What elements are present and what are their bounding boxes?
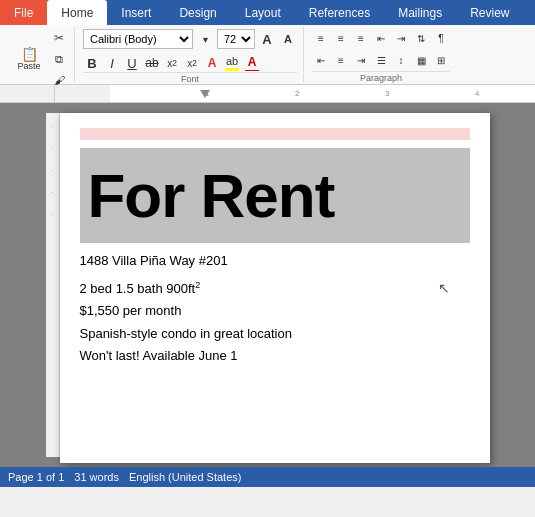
- pink-highlight-bar: [80, 128, 470, 140]
- font-name-select[interactable]: Calibri (Body): [83, 29, 193, 49]
- pilcrow-icon: ¶: [438, 33, 443, 44]
- tab-bar: File Home Insert Design Layout Reference…: [0, 0, 535, 25]
- underline-button[interactable]: U: [123, 54, 141, 72]
- superscript-text: 2: [195, 280, 200, 290]
- borders-button[interactable]: ⊞: [432, 51, 450, 69]
- superscript-button[interactable]: x2: [183, 54, 201, 72]
- copy-button[interactable]: ⧉: [50, 50, 68, 68]
- tab-mailings-label: Mailings: [398, 6, 442, 20]
- vruler-dot3: ·: [51, 167, 53, 174]
- tab-file[interactable]: File: [0, 0, 47, 25]
- ruler: 1 2 3 4: [0, 85, 535, 103]
- tab-design-label: Design: [179, 6, 216, 20]
- ruler-tick-2: 2: [295, 89, 299, 98]
- tab-design[interactable]: Design: [165, 0, 230, 25]
- justify-icon: ☰: [377, 55, 386, 66]
- font-label: Font: [83, 72, 297, 84]
- line-spacing-icon: ↕: [399, 55, 404, 66]
- align-center-button[interactable]: ≡: [332, 51, 350, 69]
- price-line[interactable]: $1,550 per month: [80, 300, 470, 322]
- tab-insert[interactable]: Insert: [107, 0, 165, 25]
- ruler-tick-1: 1: [205, 89, 209, 98]
- tab-file-label: File: [14, 6, 33, 20]
- numbering-icon: ≡: [338, 33, 344, 44]
- font-color-icon: A: [248, 55, 257, 69]
- font-size-select[interactable]: 72: [217, 29, 255, 49]
- availability-line[interactable]: Won't last! Available June 1: [80, 345, 470, 367]
- paste-button[interactable]: 📋 Paste: [10, 35, 48, 83]
- ruler-inner: 1 2 3 4: [110, 85, 535, 102]
- align-left-button[interactable]: ⇤: [312, 51, 330, 69]
- vruler-dot2: ·: [51, 145, 53, 152]
- align-right-button[interactable]: ⇥: [352, 51, 370, 69]
- align-center-icon: ≡: [338, 55, 344, 66]
- tab-review[interactable]: Review: [456, 0, 523, 25]
- language: English (United States): [129, 471, 242, 483]
- page-info: Page 1 of 1: [8, 471, 64, 483]
- multilevel-icon: ≡: [358, 33, 364, 44]
- font-grow-button[interactable]: A: [258, 30, 276, 48]
- increase-indent-button[interactable]: ⇥: [392, 29, 410, 47]
- ribbon-group-clipboard: 📋 Paste ✂ ⧉ 🖌 Clipboard: [4, 27, 75, 82]
- show-formatting-button[interactable]: ¶: [432, 29, 450, 47]
- borders-icon: ⊞: [437, 55, 445, 66]
- multilevel-list-button[interactable]: ≡: [352, 29, 370, 47]
- italic-button[interactable]: I: [103, 54, 121, 72]
- vruler-dot5: ·: [51, 211, 53, 218]
- font-color-button[interactable]: A: [243, 54, 261, 72]
- bed-bath-line[interactable]: 2 bed 1.5 bath 900ft2: [80, 278, 470, 300]
- bullets-button[interactable]: ≡: [312, 29, 330, 47]
- strikethrough-button[interactable]: ab: [143, 54, 161, 72]
- ruler-tick-3: 3: [385, 89, 389, 98]
- ribbon-group-paragraph: ≡ ≡ ≡ ⇤ ⇥ ⇅ ¶: [306, 27, 456, 82]
- tab-layout[interactable]: Layout: [231, 0, 295, 25]
- tab-home[interactable]: Home: [47, 0, 107, 25]
- paste-icon: 📋: [21, 47, 38, 61]
- status-bar: Page 1 of 1 31 words English (United Sta…: [0, 467, 535, 487]
- align-left-icon: ⇤: [317, 55, 325, 66]
- font-color-bar: [245, 70, 259, 71]
- justify-button[interactable]: ☰: [372, 51, 390, 69]
- vertical-ruler: · · · · ·: [46, 113, 60, 457]
- cut-button[interactable]: ✂: [50, 29, 68, 47]
- tab-references[interactable]: References: [295, 0, 384, 25]
- highlight-color-bar: [225, 68, 239, 71]
- sort-button[interactable]: ⇅: [412, 29, 430, 47]
- for-rent-text[interactable]: For Rent: [88, 160, 335, 231]
- numbering-button[interactable]: ≡: [332, 29, 350, 47]
- ribbon: 📋 Paste ✂ ⧉ 🖌 Clipboard Calibri (Bo: [0, 25, 535, 85]
- details-section: 2 bed 1.5 bath 900ft2 $1,550 per month S…: [80, 278, 470, 367]
- line-spacing-button[interactable]: ↕: [392, 51, 410, 69]
- description-line[interactable]: Spanish-style condo in great location: [80, 323, 470, 345]
- tab-references-label: References: [309, 6, 370, 20]
- increase-indent-icon: ⇥: [397, 33, 405, 44]
- text-highlight-button[interactable]: ab: [223, 54, 241, 72]
- vruler-dot: ·: [51, 123, 53, 130]
- ruler-tick-4: 4: [475, 89, 479, 98]
- ribbon-group-font: Calibri (Body) ▾ 72 A A B I U ab x2 x2 A…: [77, 27, 304, 82]
- subscript-button[interactable]: x2: [163, 54, 181, 72]
- address-text[interactable]: 1488 Villa Piña Way #201: [80, 253, 470, 268]
- decrease-indent-button[interactable]: ⇤: [372, 29, 390, 47]
- font-shrink-button[interactable]: A: [279, 30, 297, 48]
- tab-home-label: Home: [61, 6, 93, 20]
- font-name-expand-button[interactable]: ▾: [196, 30, 214, 48]
- document-area: · · · · · For Rent 1488 Villa Piña Way #…: [0, 103, 535, 467]
- vruler-dot4: ·: [51, 189, 53, 196]
- bold-button[interactable]: B: [83, 54, 101, 72]
- tab-layout-label: Layout: [245, 6, 281, 20]
- shading-icon: ▦: [417, 55, 426, 66]
- shading-button[interactable]: ▦: [412, 51, 430, 69]
- copy-icon: ⧉: [55, 53, 63, 66]
- sort-icon: ⇅: [417, 33, 425, 44]
- word-count: 31 words: [74, 471, 119, 483]
- tab-review-label: Review: [470, 6, 509, 20]
- text-effects-button[interactable]: A: [203, 54, 221, 72]
- paragraph-label: Paragraph: [312, 71, 450, 83]
- highlight-icon: ab: [226, 55, 238, 67]
- document-page: For Rent 1488 Villa Piña Way #201 2 bed …: [60, 113, 490, 463]
- bullets-icon: ≡: [318, 33, 324, 44]
- for-rent-box: For Rent: [80, 148, 470, 243]
- paste-label: Paste: [17, 61, 40, 71]
- tab-mailings[interactable]: Mailings: [384, 0, 456, 25]
